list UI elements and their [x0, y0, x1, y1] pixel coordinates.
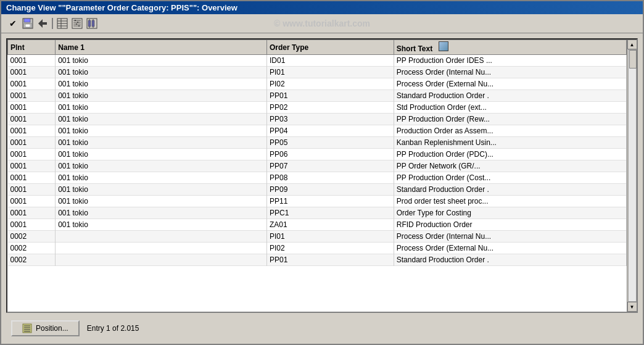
position-button[interactable]: Position... [11, 320, 80, 336]
svg-rect-18 [78, 25, 80, 27]
cell-plnt: 0002 [8, 254, 56, 266]
table-row[interactable]: 0001001 tokioPP04Production Order as Ass… [8, 125, 627, 137]
cell-ordertype: PP04 [267, 125, 394, 137]
table-row[interactable]: 0001001 tokioPP03PP Production Order (Re… [8, 114, 627, 125]
table-icon[interactable] [56, 17, 69, 30]
cell-shorttext: Std Production Order (ext... [394, 102, 626, 114]
cell-shorttext: Standard Production Order . [394, 90, 626, 102]
toolbar: ✔ [1, 14, 643, 33]
cell-name1: 001 tokio [56, 125, 267, 137]
cell-shorttext: PP Production Order IDES ... [394, 55, 626, 67]
cell-plnt: 0001 [8, 137, 56, 149]
cell-name1: 001 tokio [56, 78, 267, 90]
table-row[interactable]: 0001001 tokioID01PP Production Order IDE… [8, 55, 627, 67]
cell-name1: 001 tokio [56, 137, 267, 149]
scroll-down-button[interactable]: ▼ [627, 302, 637, 312]
table-row[interactable]: 0002PP01Standard Production Order . [8, 254, 627, 266]
cell-ordertype: PI02 [267, 78, 394, 90]
save-icon[interactable] [21, 17, 35, 30]
cell-ordertype: PPC1 [267, 207, 394, 219]
col-header-name1: Name 1 [56, 40, 267, 55]
svg-rect-17 [76, 23, 77, 25]
cell-shorttext: Order Type for Costing [394, 207, 626, 219]
cell-shorttext: Kanban Replenishment Usin... [394, 137, 626, 149]
cell-name1: 001 tokio [56, 55, 267, 67]
cell-shorttext: PP Production Order (Cost... [394, 172, 626, 184]
filter-icon[interactable] [70, 17, 84, 30]
cell-plnt: 0001 [8, 219, 56, 231]
vertical-scrollbar[interactable]: ▲ ▼ [627, 39, 637, 312]
settings-icon[interactable] [85, 17, 99, 30]
cell-ordertype: PI01 [267, 231, 394, 243]
table-row[interactable]: 0002PI01Process Order (Internal Nu... [8, 231, 627, 243]
cell-plnt: 0001 [8, 78, 56, 90]
data-table-container: Plnt Name 1 Order Type Short Text [6, 38, 638, 313]
cell-name1: 001 tokio [56, 196, 267, 207]
table-row[interactable]: 0001001 tokioPP09Standard Production Ord… [8, 184, 627, 196]
table-row[interactable]: 0001001 tokioPI01Process Order (Internal… [8, 67, 627, 78]
entry-count: Entry 1 of 2.015 [87, 324, 139, 333]
cell-plnt: 0001 [8, 149, 56, 160]
cell-plnt: 0001 [8, 90, 56, 102]
cell-plnt: 0001 [8, 55, 56, 67]
cell-name1 [56, 254, 267, 266]
cell-plnt: 0001 [8, 125, 56, 137]
cell-shorttext: Standard Production Order . [394, 184, 626, 196]
svg-rect-20 [88, 20, 91, 27]
cell-shorttext: Process Order (Internal Nu... [394, 67, 626, 78]
back-icon[interactable] [36, 17, 49, 30]
svg-rect-3 [25, 24, 30, 27]
table-scroll-area[interactable]: Plnt Name 1 Order Type Short Text [7, 39, 627, 312]
cell-plnt: 0002 [8, 243, 56, 254]
cell-ordertype: PP02 [267, 102, 394, 114]
scroll-thumb[interactable] [629, 50, 637, 69]
table-row[interactable]: 0001001 tokioPP07PP Order Network (GR/..… [8, 160, 627, 172]
cell-shorttext: PP Order Network (GR/... [394, 160, 626, 172]
cell-ordertype: PP11 [267, 196, 394, 207]
cell-plnt: 0001 [8, 207, 56, 219]
col-header-ordertype: Order Type [267, 40, 394, 55]
check-icon[interactable]: ✔ [6, 17, 20, 30]
position-icon [22, 323, 32, 333]
table-row[interactable]: 0001001 tokioZA01RFID Production Order [8, 219, 627, 231]
cell-ordertype: PP05 [267, 137, 394, 149]
cell-ordertype: PP07 [267, 160, 394, 172]
svg-marker-4 [38, 19, 47, 28]
bottom-bar: Position... Entry 1 of 2.015 [6, 318, 638, 339]
cell-ordertype: PI01 [267, 67, 394, 78]
position-button-label: Position... [36, 324, 68, 333]
cell-name1: 001 tokio [56, 207, 267, 219]
table-row[interactable]: 0001001 tokioPP02Std Production Order (e… [8, 102, 627, 114]
main-window: Change View ""Parameter Order Category: … [0, 0, 644, 345]
cell-name1 [56, 231, 267, 243]
scroll-track[interactable] [628, 49, 637, 302]
content-area: Plnt Name 1 Order Type Short Text [1, 33, 643, 344]
cell-ordertype: PP09 [267, 184, 394, 196]
svg-rect-15 [75, 20, 76, 21]
table-row[interactable]: 0001001 tokioPP11Prod order test sheet p… [8, 196, 627, 207]
separator1 [52, 18, 53, 29]
cell-shorttext: Production Order as Assem... [394, 125, 626, 137]
data-table: Plnt Name 1 Order Type Short Text [7, 39, 627, 266]
cell-shorttext: PP Production Order (Rew... [394, 114, 626, 125]
cell-shorttext: PP Production Order (PDC)... [394, 149, 626, 160]
table-row[interactable]: 0002PI02Process Order (External Nu... [8, 243, 627, 254]
cell-name1: 001 tokio [56, 160, 267, 172]
cell-name1 [56, 243, 267, 254]
svg-rect-16 [77, 22, 78, 23]
cell-ordertype: ZA01 [267, 219, 394, 231]
cell-plnt: 0001 [8, 67, 56, 78]
table-row[interactable]: 0001001 tokioPP06PP Production Order (PD… [8, 149, 627, 160]
column-chooser-icon[interactable] [439, 41, 448, 51]
table-row[interactable]: 0001001 tokioPP01Standard Production Ord… [8, 90, 627, 102]
cell-ordertype: PP06 [267, 149, 394, 160]
table-row[interactable]: 0001001 tokioPP08PP Production Order (Co… [8, 172, 627, 184]
table-row[interactable]: 0001001 tokioPPC1Order Type for Costing [8, 207, 627, 219]
cell-plnt: 0001 [8, 172, 56, 184]
scroll-up-button[interactable]: ▲ [627, 39, 637, 49]
title-bar: Change View ""Parameter Order Category: … [1, 1, 643, 14]
cell-name1: 001 tokio [56, 90, 267, 102]
cell-shorttext: Process Order (External Nu... [394, 78, 626, 90]
table-row[interactable]: 0001001 tokioPP05Kanban Replenishment Us… [8, 137, 627, 149]
table-row[interactable]: 0001001 tokioPI02Process Order (External… [8, 78, 627, 90]
